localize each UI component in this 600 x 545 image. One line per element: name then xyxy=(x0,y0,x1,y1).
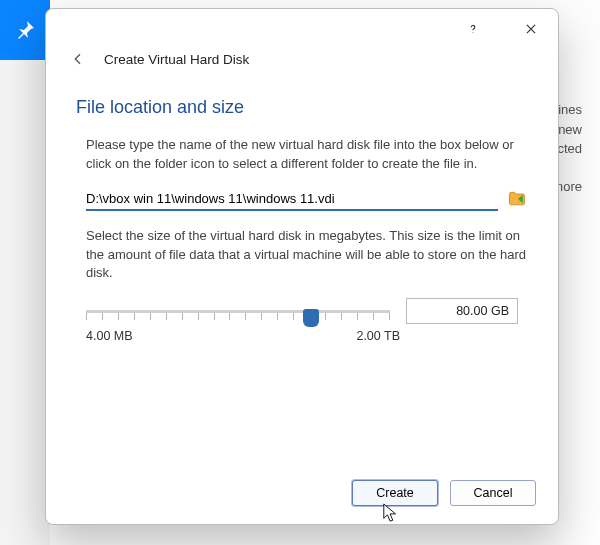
dialog-titlebar xyxy=(46,9,558,49)
wizard-title: Create Virtual Hard Disk xyxy=(104,52,249,67)
create-virtual-disk-dialog: Create Virtual Hard Disk File location a… xyxy=(45,8,559,525)
pin-tab xyxy=(0,0,50,60)
help-icon xyxy=(466,22,480,36)
size-value-box[interactable]: 80.00 GB xyxy=(406,298,518,324)
create-button[interactable]: Create xyxy=(352,480,438,506)
dialog-footer: Create Cancel xyxy=(46,470,558,524)
slider-ticks xyxy=(86,313,390,323)
step-heading: File location and size xyxy=(76,97,528,118)
slider-max-label: 2.00 TB xyxy=(356,329,400,343)
close-button[interactable] xyxy=(514,12,548,46)
disk-path-input[interactable] xyxy=(86,188,498,211)
close-icon xyxy=(524,22,538,36)
slider-min-label: 4.00 MB xyxy=(86,329,133,343)
back-button[interactable] xyxy=(68,49,88,69)
cancel-button[interactable]: Cancel xyxy=(450,480,536,506)
pin-icon xyxy=(13,18,37,42)
path-description: Please type the name of the new virtual … xyxy=(86,136,528,174)
size-slider-thumb[interactable] xyxy=(303,309,319,327)
size-slider-track[interactable] xyxy=(86,310,390,313)
folder-icon xyxy=(507,189,527,209)
back-arrow-icon xyxy=(70,51,86,67)
size-value: 80.00 GB xyxy=(456,304,509,318)
size-description: Select the size of the virtual hard disk… xyxy=(86,227,528,284)
help-button[interactable] xyxy=(456,12,490,46)
browse-folder-button[interactable] xyxy=(506,188,528,210)
svg-point-0 xyxy=(473,32,474,33)
